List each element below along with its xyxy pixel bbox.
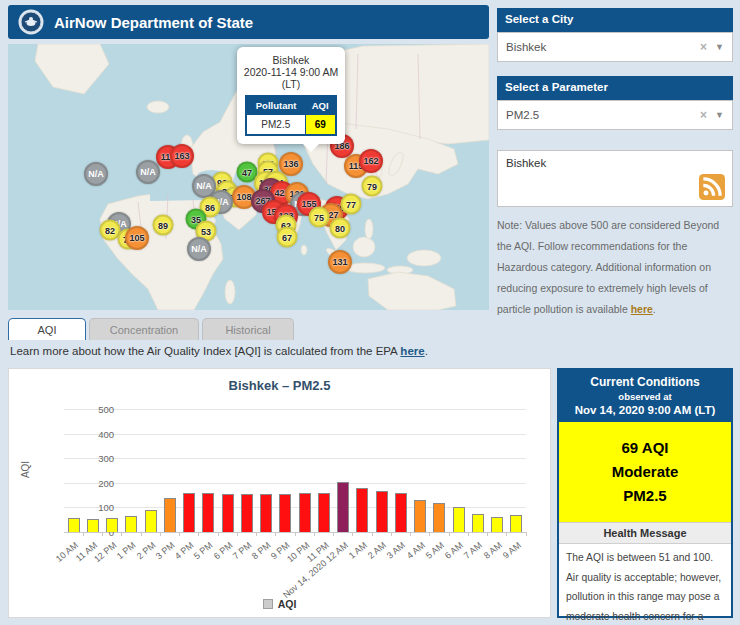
- chart-bar-slot: 11 AM: [83, 409, 102, 532]
- map-aqi-marker[interactable]: 79: [362, 176, 383, 197]
- chart-x-tick: [429, 532, 430, 536]
- chart-bar-9-am[interactable]: [510, 515, 522, 532]
- chart-bar-slot: 6 PM: [218, 409, 237, 532]
- map-aqi-marker[interactable]: 75: [309, 207, 330, 228]
- current-conditions-title: Current Conditions: [563, 375, 727, 389]
- chart-bar-slot: 1 PM: [122, 409, 141, 532]
- chart-x-tick-label: 10 AM: [54, 540, 80, 564]
- parameter-dropdown-caret-icon[interactable]: ▼: [715, 110, 724, 120]
- popup-col-aqi: AQI: [305, 96, 336, 115]
- map-aqi-marker[interactable]: 80: [330, 218, 351, 239]
- chart-x-tick-label: 7 PM: [231, 540, 254, 561]
- note-here-link[interactable]: here: [631, 303, 653, 315]
- chart-x-tick: [333, 532, 334, 536]
- chart-x-tick-label: 3 PM: [154, 540, 177, 561]
- chart-x-tick-label: 1 AM: [347, 540, 369, 561]
- map-aqi-marker[interactable]: N/A: [187, 237, 211, 261]
- map-aqi-marker[interactable]: 163: [170, 144, 194, 168]
- chart-bar-8-am[interactable]: [491, 517, 503, 532]
- map-aqi-marker[interactable]: 77: [341, 194, 362, 215]
- chart-bar-2-pm[interactable]: [145, 510, 157, 532]
- observed-datetime: Nov 14, 2020 9:00 AM (LT): [563, 404, 727, 416]
- chart-bar-slot: 2 PM: [141, 409, 160, 532]
- chart-bar-1-pm[interactable]: [125, 516, 137, 532]
- chart-bar-3-pm[interactable]: [164, 498, 176, 532]
- chart-legend-aqi[interactable]: AQI: [9, 598, 550, 610]
- app-header: AirNow Department of State: [8, 5, 489, 39]
- learn-more-prefix: Learn more about how the Air Quality Ind…: [10, 345, 400, 357]
- chart-x-tick: [314, 532, 315, 536]
- chart-bar-6-pm[interactable]: [222, 494, 234, 532]
- chart-x-tick-label: 9 AM: [501, 540, 523, 561]
- learn-more-suffix: .: [425, 345, 428, 357]
- chart-bar-slot: 11 PM: [314, 409, 333, 532]
- chart-x-tick: [102, 532, 103, 536]
- map-aqi-marker[interactable]: 131: [328, 250, 352, 274]
- chart-bar-8-pm[interactable]: [260, 494, 272, 532]
- map-aqi-marker[interactable]: 67: [277, 227, 298, 248]
- chart-y-axis-label: AQI: [20, 461, 31, 478]
- learn-more-text: Learn more about how the Air Quality Ind…: [10, 345, 428, 357]
- map-aqi-marker[interactable]: N/A: [84, 162, 108, 186]
- chart-x-tick-label: 6 AM: [443, 540, 465, 561]
- chart-bar-slot: 6 AM: [449, 409, 468, 532]
- chart-bar-slot: 9 AM: [507, 409, 526, 532]
- chart-bar-6-am[interactable]: [453, 507, 465, 532]
- chart-bar-11-pm[interactable]: [318, 493, 330, 532]
- chart-x-tick: [487, 532, 488, 536]
- chart-x-tick: [83, 532, 84, 536]
- chart-bar-3-am[interactable]: [395, 493, 407, 532]
- chart-plot-area: 010020030040050010 AM11 AM12 PM1 PM2 PM3…: [64, 409, 526, 532]
- clear-parameter-icon[interactable]: ×: [700, 108, 707, 122]
- chart-bar-4-pm[interactable]: [183, 493, 195, 532]
- chart-bar-1-am[interactable]: [356, 488, 368, 532]
- map-aqi-marker[interactable]: 162: [359, 149, 383, 173]
- aqi-pollutant: PM2.5: [563, 484, 727, 508]
- chart-bar-7-am[interactable]: [472, 514, 484, 532]
- chart-bar-slot: 4 PM: [180, 409, 199, 532]
- chart-bar-12-pm[interactable]: [106, 518, 118, 532]
- map-aqi-marker[interactable]: 105: [125, 226, 149, 250]
- chart-bar-9-pm[interactable]: [279, 494, 291, 532]
- chart-x-tick: [391, 532, 392, 536]
- chart-bar-2-am[interactable]: [376, 491, 388, 532]
- chart-x-tick: [449, 532, 450, 536]
- chart-bar-nov-14-2020-12-am[interactable]: [337, 482, 349, 532]
- city-dropdown-caret-icon[interactable]: ▼: [715, 42, 724, 52]
- parameter-select[interactable]: PM2.5 × ▼: [497, 100, 733, 130]
- chart-x-tick: [237, 532, 238, 536]
- chart-x-tick-label: 5 AM: [424, 540, 446, 561]
- chart-bar-10-am[interactable]: [68, 518, 80, 532]
- chart-bar-slot: 4 AM: [411, 409, 430, 532]
- chart-x-tick-label: 5 PM: [192, 540, 215, 561]
- map-aqi-marker[interactable]: N/A: [136, 160, 160, 184]
- rss-icon[interactable]: [699, 174, 725, 200]
- note-text: Note: Values above 500 are considered Be…: [497, 215, 733, 320]
- chart-bar-5-pm[interactable]: [202, 493, 214, 532]
- sidebar: Select a City Bishkek × ▼ Select a Param…: [497, 8, 733, 320]
- tab-concentration[interactable]: Concentration: [89, 318, 199, 340]
- clear-city-icon[interactable]: ×: [700, 40, 707, 54]
- chart-x-tick: [275, 532, 276, 536]
- chart-bar-4-am[interactable]: [414, 500, 426, 532]
- chart-bar-7-pm[interactable]: [241, 494, 253, 532]
- chart-x-tick: [160, 532, 161, 536]
- tab-historical[interactable]: Historical: [202, 318, 294, 340]
- chart-x-tick: [526, 532, 527, 536]
- map-aqi-marker[interactable]: 89: [153, 215, 174, 236]
- chart-bar-11-am[interactable]: [87, 519, 99, 532]
- popup-timezone: (LT): [243, 78, 339, 90]
- chart-bar-slot: 5 PM: [199, 409, 218, 532]
- select-city-header: Select a City: [497, 8, 733, 32]
- chart-bar-10-pm[interactable]: [299, 493, 311, 532]
- chart-x-tick: [372, 532, 373, 536]
- chart-bars: 10 AM11 AM12 PM1 PM2 PM3 PM4 PM5 PM6 PM7…: [64, 409, 526, 532]
- dos-seal-logo: [18, 9, 44, 35]
- city-select[interactable]: Bishkek × ▼: [497, 32, 733, 62]
- tab-aqi[interactable]: AQI: [8, 318, 86, 340]
- learn-more-here-link[interactable]: here: [400, 345, 424, 357]
- chart-bar-5-am[interactable]: [433, 503, 445, 532]
- chart-bar-slot: 7 PM: [237, 409, 256, 532]
- world-map[interactable]: 116163N/AN/A4796N/A8575108N/A863553N/A89…: [8, 44, 489, 310]
- chart-x-tick-label: 6 PM: [212, 540, 235, 561]
